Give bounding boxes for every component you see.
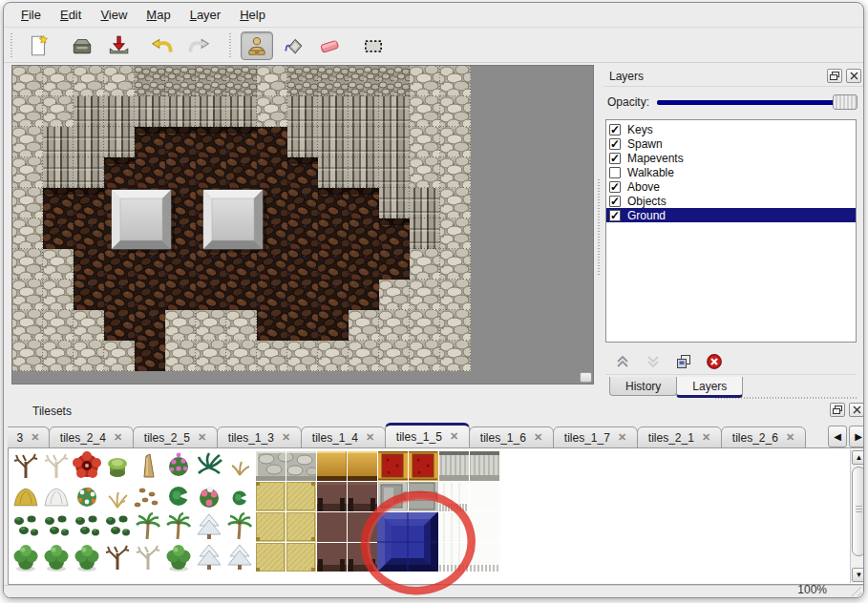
layer-row-above[interactable]: ✓Above [606,179,856,194]
undo-button[interactable] [146,31,179,60]
redo-button[interactable] [182,31,215,60]
layer-visibility-checkbox[interactable]: ✓ [609,181,621,193]
raise-layer-button[interactable] [611,350,634,373]
tab-close-icon[interactable]: ✕ [450,430,458,443]
layer-row-keys[interactable]: ✓Keys [606,122,856,136]
map-platform[interactable] [203,190,266,253]
layer-name: Walkable [627,166,674,179]
tab-close-icon[interactable]: ✕ [786,431,794,444]
tileset-tab-tiles_2_1[interactable]: tiles_2_1✕ [637,426,722,448]
layer-name: Keys [627,123,653,136]
delete-layer-button[interactable] [703,350,726,373]
duplicate-layer-button[interactable] [672,350,695,373]
tileset-tab-label: tiles_1_7 [564,431,610,445]
tileset-scrollbar[interactable]: ▲ ▼ [850,449,864,583]
tab-close-icon[interactable]: ✕ [31,431,39,444]
layer-row-ground[interactable]: ✓Ground [606,208,856,222]
tileset-tab-label: tiles_1_5 [396,430,442,444]
close-tilesets-button[interactable] [849,403,864,417]
tileset-tab-tiles_2_5[interactable]: tiles_2_5✕ [133,426,218,448]
layer-visibility-checkbox[interactable]: ✓ [609,124,621,135]
map-canvas[interactable] [12,66,473,373]
tab-close-icon[interactable]: ✕ [366,431,374,444]
layer-row-objects[interactable]: ✓Objects [606,194,856,208]
circled-blue-tile[interactable] [377,511,438,572]
toolbar-grip[interactable] [10,33,14,58]
layer-name: Above [627,180,660,194]
map-panel [11,65,594,385]
layer-row-mapevents[interactable]: ✓Mapevents [606,151,856,165]
scroll-thumb[interactable] [852,467,864,556]
dock-tab-history[interactable]: History [609,377,677,396]
tab-close-icon[interactable]: ✕ [198,431,206,444]
map-platform[interactable] [112,190,175,253]
dock-tabs: HistoryLayers [609,377,742,398]
menu-item-edit[interactable]: Edit [51,5,91,25]
layer-visibility-checkbox[interactable]: ✓ [609,153,621,164]
map-corner-grip[interactable] [580,372,592,383]
layer-visibility-checkbox[interactable] [609,167,621,178]
tileset-tab-tiles_1_5[interactable]: tiles_1_5✕ [385,423,470,448]
tileset-tab-tiles_2_6[interactable]: tiles_2_6✕ [721,426,806,448]
tab-close-icon[interactable]: ✕ [534,431,542,444]
close-panel-button[interactable] [846,69,861,83]
float-tilesets-button[interactable] [830,403,845,417]
tab-close-icon[interactable]: ✕ [282,431,290,444]
toolbar-grip-2[interactable] [228,33,233,58]
layer-row-spawn[interactable]: ✓Spawn [606,136,856,151]
menu-item-view[interactable]: View [91,5,137,25]
tileset-tab-tiles_2_4[interactable]: tiles_2_4✕ [49,426,134,448]
menu-item-file[interactable]: File [11,5,51,25]
tileset-tab-tiles_1_7[interactable]: tiles_1_7✕ [553,426,638,448]
layer-name: Ground [627,209,666,222]
menu-item-help[interactable]: Help [230,5,275,25]
save-button[interactable] [102,31,135,60]
fill-tool-button[interactable] [277,31,309,60]
select-tool-button[interactable] [357,31,390,60]
tab-close-icon[interactable]: ✕ [618,431,626,444]
app-window: FileEditViewMapLayerHelp [3,2,864,598]
scroll-down-button[interactable]: ▼ [852,568,864,582]
open-button[interactable] [66,31,98,60]
menu-item-map[interactable]: Map [137,5,180,25]
tileset-tab-label: tiles_1_6 [480,431,526,445]
stamp-tool-button[interactable] [241,31,273,60]
layer-visibility-checkbox[interactable]: ✓ [609,196,621,207]
opacity-slider-handle[interactable] [833,94,857,110]
open-folder-icon [70,33,95,58]
tileset-tab-tiles_1_3[interactable]: tiles_1_3✕ [217,426,302,448]
layers-panel-title: Layers [609,70,644,83]
tileset-image[interactable] [11,450,507,576]
tab-scroll-left-button[interactable]: ◀ [828,426,847,447]
layer-visibility-checkbox[interactable]: ✓ [609,210,621,221]
float-panel-button[interactable] [827,69,842,83]
tileset-tab-tiles_1_4[interactable]: tiles_1_4✕ [301,426,386,448]
tileset-tab-label: 3 [17,431,24,445]
lower-layer-button[interactable] [642,350,665,373]
menubar: FileEditViewMapLayerHelp [4,3,863,28]
resize-grip[interactable] [848,585,861,596]
layer-row-walkable[interactable]: Walkable [606,165,856,179]
eraser-tool-button[interactable] [313,31,346,60]
tileset-tab-3[interactable]: 3✕ [8,426,50,448]
tab-close-icon[interactable]: ✕ [702,431,710,444]
layer-visibility-checkbox[interactable]: ✓ [609,138,621,150]
tileset-tab-tiles_1_6[interactable]: tiles_1_6✕ [469,426,554,448]
menu-item-layer[interactable]: Layer [180,5,231,25]
layers-list: ✓Keys✓Spawn✓MapeventsWalkable✓Above✓Obje… [605,119,857,343]
new-file-button[interactable] [22,31,54,60]
layers-panel: Layers Opacity: ✓Keys✓Spawn✓MapeventsWal… [603,66,864,395]
tilesets-panel: Tilesets 3✕tiles_2_4✕tiles_2_5✕tiles_1_3… [8,402,864,587]
tab-close-icon[interactable]: ✕ [114,431,122,444]
tileset-tab-label: tiles_2_4 [60,431,106,445]
layer-name: Mapevents [627,152,684,165]
tileset-tab-label: tiles_1_4 [312,431,358,445]
redo-icon [186,33,211,58]
tileset-tab-label: tiles_1_3 [228,431,274,445]
vertical-splitter[interactable] [597,179,601,275]
tileset-tab-label: tiles_2_1 [648,431,694,445]
tab-scroll-right-button[interactable]: ▶ [849,426,864,447]
dock-tab-layers[interactable]: Layers [676,377,743,398]
opacity-slider[interactable] [657,94,857,110]
scroll-up-button[interactable]: ▲ [852,450,864,465]
